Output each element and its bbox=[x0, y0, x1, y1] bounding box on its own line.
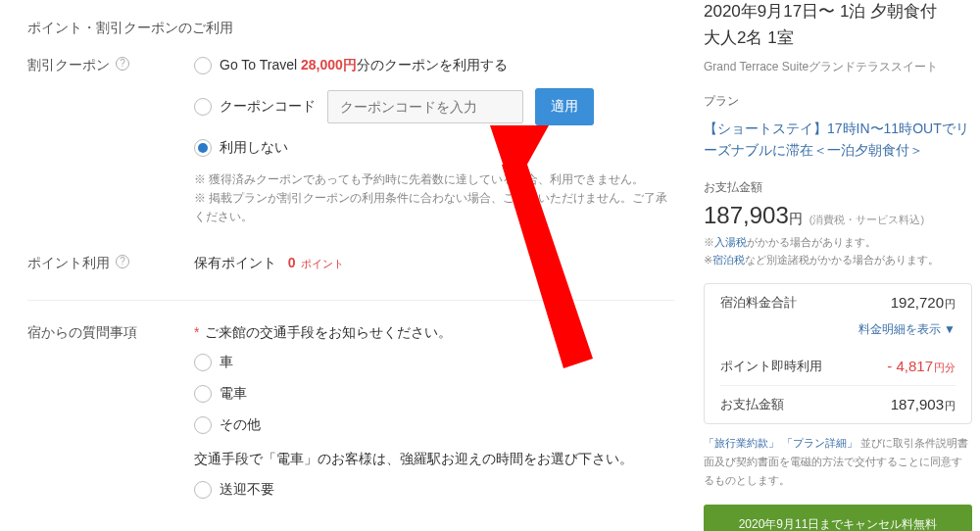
terms-note: 「旅行業約款」 「プラン詳細」 並びに取引条件説明書面及び契約書面を電磁的方法で… bbox=[704, 434, 972, 489]
radio-transport-other[interactable]: その他 bbox=[194, 416, 674, 434]
terms-link-plan[interactable]: 「プラン詳細」 bbox=[782, 437, 858, 449]
summary-total: 宿泊料金合計 192,720円 bbox=[720, 284, 956, 321]
points-label: ポイント利用 ? bbox=[27, 255, 194, 272]
question-transport: *ご来館の交通手段をお知らせください。 bbox=[194, 324, 674, 342]
bathtax-link[interactable]: 入湯税 bbox=[714, 236, 747, 248]
apply-button[interactable]: 適用 bbox=[535, 88, 594, 125]
suite-name: Grand Terrace Suiteグランドテラススイート bbox=[704, 59, 972, 75]
terms-link-yakkan[interactable]: 「旅行業約款」 bbox=[704, 437, 779, 449]
help-icon[interactable]: ? bbox=[116, 57, 129, 71]
radio-icon bbox=[194, 139, 212, 157]
submit-button[interactable]: 2020年9月11日までキャンセル料無料 予約を完了する bbox=[704, 505, 972, 531]
tax-note: ※入湯税がかかる場合があります。 ※宿泊税など別途諸税がかかる場合があります。 bbox=[704, 233, 972, 269]
radio-icon bbox=[194, 481, 212, 499]
radio-goto-travel[interactable]: Go To Travel 28,000円分のクーポンを利用する bbox=[194, 57, 674, 74]
held-points-value: 0 bbox=[288, 255, 296, 270]
radio-no-coupon[interactable]: 利用しない bbox=[194, 139, 674, 157]
radio-icon bbox=[194, 416, 212, 434]
radio-pickup-none[interactable]: 送迎不要 bbox=[194, 481, 674, 499]
booking-date: 2020年9月17日〜 1泊 夕朝食付 bbox=[704, 0, 972, 23]
section-title-points: ポイント・割引クーポンのご利用 bbox=[27, 20, 674, 37]
held-points-label: 保有ポイント bbox=[194, 255, 276, 270]
coupon-code-input[interactable] bbox=[327, 90, 523, 123]
summary-card: 宿泊料金合計 192,720円 料金明細を表示 ▼ ポイント即時利用 - 4,8… bbox=[704, 283, 972, 424]
radio-transport-car[interactable]: 車 bbox=[194, 354, 674, 371]
question-pickup: 交通手段で「電車」のお客様は、強羅駅お迎えの時間をお選び下さい。 bbox=[194, 448, 674, 469]
price-header: お支払金額 bbox=[704, 179, 972, 196]
coupon-note: ※ 獲得済みクーポンであっても予約時に先着数に達している場合、利用できません。 … bbox=[194, 170, 674, 227]
questions-label: 宿からの質問事項 bbox=[27, 324, 194, 512]
plan-link[interactable]: 【ショートステイ】17時IN〜11時OUTでリーズナブルに滞在＜一泊夕朝食付＞ bbox=[704, 118, 972, 162]
price-main: 187,903円 (消費税・サービス料込) bbox=[704, 202, 972, 229]
divider bbox=[27, 300, 674, 301]
radio-icon bbox=[194, 57, 212, 74]
radio-coupon-code[interactable]: クーポンコード bbox=[194, 98, 316, 116]
summary-points: ポイント即時利用 - 4,817円分 bbox=[720, 348, 956, 385]
help-icon[interactable]: ? bbox=[116, 255, 129, 268]
radio-icon bbox=[194, 98, 212, 116]
radio-icon bbox=[194, 385, 212, 403]
summary-pay: お支払金額 187,903円 bbox=[720, 385, 956, 423]
lodgingtax-link[interactable]: 宿泊税 bbox=[712, 254, 745, 266]
price-detail-link[interactable]: 料金明細を表示 ▼ bbox=[720, 321, 956, 348]
radio-transport-train[interactable]: 電車 bbox=[194, 385, 674, 403]
radio-icon bbox=[194, 354, 212, 371]
coupon-label: 割引クーポン ? bbox=[27, 57, 194, 227]
plan-header: プラン bbox=[704, 93, 972, 110]
booking-guests: 大人2名 1室 bbox=[704, 26, 972, 49]
